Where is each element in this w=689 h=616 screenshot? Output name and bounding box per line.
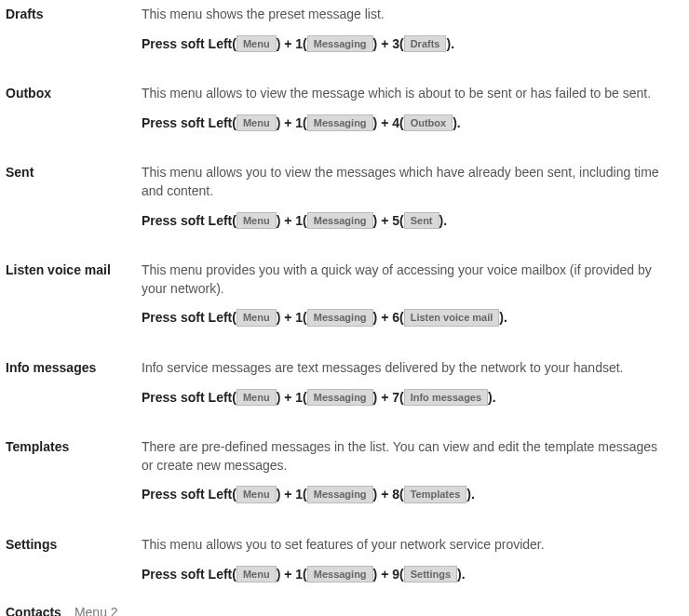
desc: This menu allows you to set features of …: [142, 536, 670, 555]
keycap-messaging: Messaging: [307, 35, 373, 52]
desc: This menu allows you to view the message…: [142, 164, 670, 200]
term-info-messages: Info messages: [6, 359, 142, 418]
section-title: Contacts: [6, 604, 61, 616]
desc: This menu allows to view the message whi…: [142, 85, 670, 103]
keycap-menu: Menu: [236, 309, 277, 326]
keysequence: Press soft Left(Menu) + 1(Messaging) + 3…: [142, 35, 670, 54]
keycap-sent: Sent: [404, 212, 439, 229]
keycap-menu: Menu: [236, 389, 277, 406]
def-info-messages: Info service messages are text messages …: [142, 359, 670, 418]
desc: This menu provides you with a quick way …: [142, 261, 670, 298]
keycap-messaging: Messaging: [307, 486, 373, 502]
keycap-settings: Settings: [404, 566, 457, 583]
keysequence: Press soft Left(Menu) + 1(Messaging) + 4…: [142, 114, 670, 133]
term-sent: Sent: [6, 164, 142, 241]
keycap-messaging: Messaging: [307, 309, 373, 326]
def-sent: This menu allows you to view the message…: [142, 164, 670, 241]
keycap-menu: Menu: [236, 486, 277, 502]
keysequence: Press soft Left(Menu) + 1(Messaging) + 8…: [142, 486, 670, 504]
keycap-messaging: Messaging: [307, 389, 373, 406]
desc: There are pre-defined messages in the li…: [142, 438, 670, 475]
def-outbox: This menu allows to view the message whi…: [142, 85, 670, 143]
section-subtitle: Menu 2: [74, 604, 118, 616]
entry-templates: Templates There are pre-defined messages…: [6, 438, 670, 516]
entry-drafts: Drafts This menu shows the preset messag…: [6, 6, 670, 64]
keycap-listen-voice-mail: Listen voice mail: [404, 309, 500, 326]
keycap-menu: Menu: [236, 35, 277, 52]
keycap-templates: Templates: [404, 486, 467, 502]
entry-listen-voice-mail: Listen voice mail This menu provides you…: [6, 261, 670, 339]
term-outbox: Outbox: [6, 85, 142, 143]
keycap-messaging: Messaging: [307, 114, 373, 131]
keysequence: Press soft Left(Menu) + 1(Messaging) + 9…: [142, 566, 670, 584]
section-contacts: Contacts Menu 2: [6, 604, 670, 616]
term-settings: Settings: [6, 536, 142, 595]
keycap-menu: Menu: [236, 212, 277, 229]
keysequence: Press soft Left(Menu) + 1(Messaging) + 6…: [142, 309, 670, 328]
keysequence: Press soft Left(Menu) + 1(Messaging) + 5…: [142, 212, 670, 231]
entry-settings: Settings This menu allows you to set fea…: [6, 536, 670, 595]
def-drafts: This menu shows the preset message list.…: [142, 6, 670, 64]
desc: Info service messages are text messages …: [142, 359, 670, 378]
entry-sent: Sent This menu allows you to view the me…: [6, 164, 670, 241]
keycap-info-messages: Info messages: [404, 389, 488, 406]
keycap-messaging: Messaging: [307, 566, 373, 583]
entry-outbox: Outbox This menu allows to view the mess…: [6, 85, 670, 143]
keycap-outbox: Outbox: [404, 114, 453, 131]
term-templates: Templates: [6, 438, 142, 516]
entry-info-messages: Info messages Info service messages are …: [6, 359, 670, 418]
term-drafts: Drafts: [6, 6, 142, 64]
keycap-menu: Menu: [236, 566, 277, 583]
term-listen-voice-mail: Listen voice mail: [6, 261, 142, 339]
def-listen-voice-mail: This menu provides you with a quick way …: [142, 261, 670, 339]
def-templates: There are pre-defined messages in the li…: [142, 438, 670, 516]
desc: This menu shows the preset message list.: [142, 6, 670, 24]
keycap-drafts: Drafts: [404, 35, 447, 52]
keycap-messaging: Messaging: [307, 212, 373, 229]
keysequence: Press soft Left(Menu) + 1(Messaging) + 7…: [142, 389, 670, 408]
def-settings: This menu allows you to set features of …: [142, 536, 670, 595]
keycap-menu: Menu: [236, 114, 277, 131]
